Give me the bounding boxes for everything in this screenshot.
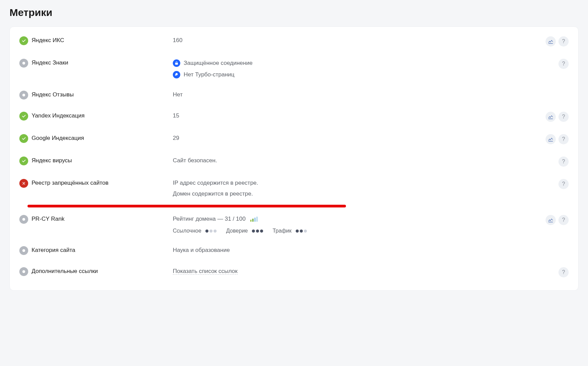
help-icon[interactable]: ?	[558, 112, 569, 122]
metric-value: 29	[173, 135, 179, 141]
row-yandex-index: Yandex Индексация 15 ?	[10, 106, 578, 128]
row-yandex-virus: Яндекс вирусы Сайт безопасен. ?	[10, 150, 578, 173]
metric-label: Yandex Индексация	[32, 112, 85, 119]
check-icon	[19, 157, 28, 165]
dot-icon	[19, 59, 28, 68]
rocket-icon	[173, 71, 180, 78]
row-prcy-rank: PR-CY Rank Рейтинг домена — 31 / 100 Ссы…	[10, 209, 578, 240]
dots-icon	[205, 230, 217, 233]
svg-point-1	[22, 94, 25, 96]
signal-bars-icon	[250, 217, 258, 222]
metric-label: PR-CY Rank	[32, 216, 65, 222]
dot-icon	[19, 267, 28, 276]
row-extra-links: Дополнительные ссылки Показать список сс…	[10, 261, 578, 283]
metric-value: Домен содержится в реестре.	[173, 190, 253, 197]
metric-label: Яндекс вирусы	[32, 157, 72, 164]
svg-point-2	[22, 218, 25, 221]
help-icon[interactable]: ?	[558, 157, 569, 167]
help-icon[interactable]: ?	[558, 215, 569, 225]
metric-value: Сайт безопасен.	[173, 157, 217, 164]
metric-label: Google Индексация	[32, 135, 84, 142]
metric-value: Нет Турбо-страниц	[184, 71, 235, 78]
metric-value: IP адрес содержится в реестре.	[173, 180, 258, 186]
metric-label: Яндекс ИКС	[32, 37, 64, 44]
row-category: Категория сайта Наука и образование	[10, 240, 578, 261]
svg-point-4	[22, 270, 25, 273]
page-title: Метрики	[10, 7, 578, 18]
metric-label: Реестр запрещённых сайтов	[32, 180, 109, 186]
factor-label: Ссылочное	[173, 228, 201, 234]
metric-label: Яндекс Отзывы	[32, 91, 74, 98]
dot-icon	[19, 91, 28, 99]
check-icon	[19, 36, 28, 45]
highlight-bar	[27, 205, 346, 207]
help-icon[interactable]: ?	[558, 179, 569, 189]
dot-icon	[19, 246, 28, 255]
dot-icon	[19, 215, 28, 224]
row-yandex-otzyvy: Яндекс Отзывы Нет	[10, 85, 578, 106]
help-icon[interactable]: ?	[558, 134, 569, 144]
row-yandex-znaki: Яндекс Знаки Защищённое соединение Нет Т…	[10, 53, 578, 85]
metric-value: 160	[173, 37, 182, 43]
show-links-link[interactable]: Показать список ссылок	[173, 268, 238, 275]
chart-icon[interactable]	[546, 112, 556, 122]
chart-icon[interactable]	[546, 215, 556, 225]
metric-label: Яндекс Знаки	[32, 59, 68, 66]
metrics-card: Яндекс ИКС 160 ? Яндекс Знаки	[10, 26, 578, 291]
check-icon	[19, 134, 28, 143]
metric-label: Категория сайта	[32, 247, 75, 254]
metric-value: Наука и образование	[173, 247, 230, 253]
metric-value: Нет	[173, 91, 183, 98]
factor-label: Трафик	[273, 228, 292, 234]
row-registry: Реестр запрещённых сайтов IP адрес содер…	[10, 173, 578, 203]
svg-point-0	[22, 62, 25, 65]
help-icon[interactable]: ?	[558, 36, 569, 47]
help-icon[interactable]: ?	[558, 267, 569, 277]
dots-icon	[296, 230, 307, 233]
row-google-index: Google Индексация 29 ?	[10, 128, 578, 150]
row-yandex-iks: Яндекс ИКС 160 ?	[10, 30, 578, 53]
metric-value: Рейтинг домена — 31 / 100	[173, 216, 245, 222]
chart-icon[interactable]	[546, 134, 556, 144]
help-icon[interactable]: ?	[558, 59, 569, 69]
svg-point-3	[22, 249, 25, 252]
lock-icon	[173, 59, 180, 67]
cross-icon	[19, 179, 28, 188]
rank-factors: Ссылочное Доверие Трафик	[173, 228, 539, 234]
metric-value: Защищённое соединение	[184, 60, 253, 67]
metric-value: 15	[173, 112, 179, 119]
dots-icon	[252, 230, 263, 233]
factor-label: Доверие	[226, 228, 248, 234]
metric-label: Дополнительные ссылки	[32, 268, 98, 275]
chart-icon[interactable]	[546, 36, 556, 47]
check-icon	[19, 112, 28, 121]
